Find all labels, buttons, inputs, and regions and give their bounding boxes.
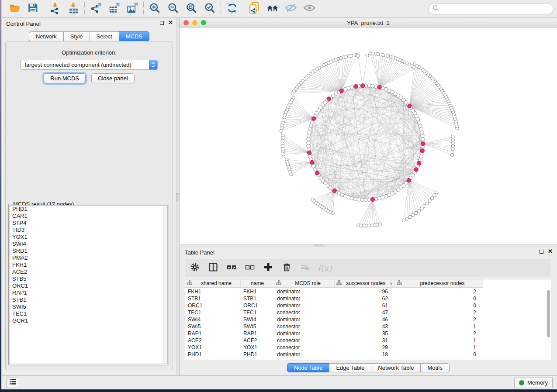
list-item[interactable]: RAP1	[10, 289, 167, 296]
ring-node[interactable]	[421, 134, 424, 138]
mcds-node[interactable]	[417, 161, 421, 165]
table-row[interactable]: FKH1FKH1dominator962	[185, 288, 546, 295]
tab-style[interactable]: Style	[63, 31, 90, 41]
mcds-node[interactable]	[354, 84, 358, 88]
delete-table-button[interactable]	[299, 262, 311, 274]
add-column-button[interactable]	[263, 262, 274, 274]
import-table-button[interactable]	[64, 1, 83, 16]
list-item[interactable]: SRD1	[10, 248, 167, 254]
ring-node[interactable]	[307, 138, 310, 141]
select-all-button[interactable]	[226, 262, 237, 274]
tab-mcds[interactable]: MCDS	[119, 31, 149, 41]
satellite-node[interactable]	[420, 207, 424, 210]
list-item[interactable]: SWI4	[10, 241, 167, 248]
ring-node[interactable]	[353, 197, 357, 201]
tab-network[interactable]: Network	[29, 31, 64, 41]
ring-node[interactable]	[307, 141, 310, 144]
mcds-node[interactable]	[407, 178, 411, 182]
network-window-titlebar[interactable]: YPA_prune.txt_1	[180, 18, 557, 28]
tab-node-table[interactable]: Node Table	[287, 363, 330, 372]
float-window-icon[interactable]	[160, 21, 164, 25]
save-session-button[interactable]	[24, 1, 42, 16]
ring-node[interactable]	[307, 144, 310, 148]
search-box[interactable]	[428, 3, 554, 14]
tab-network-table[interactable]: Network Table	[371, 363, 421, 372]
table-row[interactable]: TEC1TEC1connector472	[185, 309, 546, 316]
export-network-button[interactable]	[86, 1, 105, 16]
satellite-node[interactable]	[451, 147, 455, 151]
satellite-node[interactable]	[450, 153, 454, 157]
list-item[interactable]: STB1	[10, 296, 167, 303]
table-row[interactable]: ACE2ACE2connector311	[185, 337, 546, 344]
ring-node[interactable]	[421, 138, 425, 141]
result-list-scrollbar[interactable]	[163, 206, 167, 364]
ring-node[interactable]	[308, 127, 312, 131]
task-history-button[interactable]	[6, 378, 19, 388]
tab-edge-table[interactable]: Edge Table	[329, 363, 371, 372]
close-panel-icon[interactable]: ✕	[168, 21, 173, 25]
table-scrollbar[interactable]	[546, 288, 550, 359]
satellite-node[interactable]	[369, 52, 372, 55]
satellite-node[interactable]	[405, 217, 408, 220]
satellite-node[interactable]	[290, 173, 293, 176]
import-network-button[interactable]	[46, 1, 64, 16]
satellite-node[interactable]	[282, 153, 285, 156]
ring-node[interactable]	[367, 198, 371, 202]
ring-node[interactable]	[357, 198, 360, 201]
ring-node[interactable]	[374, 85, 377, 88]
mcds-node[interactable]	[370, 197, 374, 201]
list-item[interactable]: ORC1	[10, 282, 167, 289]
satellite-node[interactable]	[451, 144, 455, 148]
ring-node[interactable]	[308, 155, 312, 158]
column-header-shared-name[interactable]: shared name	[185, 279, 241, 287]
mcds-node[interactable]	[420, 149, 424, 153]
table-options-button[interactable]	[189, 262, 201, 274]
mcds-node[interactable]	[332, 189, 336, 193]
satellite-node[interactable]	[412, 213, 415, 217]
zoom-out-button[interactable]	[164, 1, 182, 16]
mcds-node[interactable]	[377, 85, 381, 89]
ring-node[interactable]	[364, 198, 367, 202]
run-mcds-button[interactable]: Run MCDS	[44, 73, 86, 83]
table-row[interactable]: PHD1PHD1dominator180	[185, 351, 546, 358]
satellite-node[interactable]	[356, 54, 360, 58]
deselect-all-button[interactable]	[244, 262, 256, 274]
search-input[interactable]	[442, 6, 549, 12]
ring-node[interactable]	[309, 124, 313, 127]
satellite-node[interactable]	[428, 199, 432, 203]
ring-node[interactable]	[420, 131, 424, 134]
satellite-node[interactable]	[408, 215, 412, 219]
tab-select[interactable]: Select	[90, 31, 119, 41]
scrollbar-thumb[interactable]	[547, 290, 550, 337]
ring-node[interactable]	[307, 134, 311, 138]
mcds-node[interactable]	[307, 151, 311, 155]
mcds-node[interactable]	[327, 97, 331, 101]
column-header-MCDS-role[interactable]: MCDS role	[274, 279, 335, 287]
satellite-node[interactable]	[451, 135, 455, 138]
satellite-node[interactable]	[291, 92, 294, 95]
table-row[interactable]: SWI4SWI4dominator462	[185, 316, 546, 323]
ring-node[interactable]	[308, 131, 311, 134]
satellite-node[interactable]	[417, 209, 421, 213]
first-neighbors-button[interactable]	[263, 1, 282, 16]
network-canvas[interactable]	[180, 28, 557, 244]
satellite-node[interactable]	[366, 54, 369, 57]
satellite-node[interactable]	[415, 211, 418, 215]
list-item[interactable]: FKH1	[10, 261, 167, 268]
ring-node[interactable]	[367, 84, 371, 87]
mcds-result-list[interactable]: PHD1CAR1STP4TID3YOX1SWI4SRD1PMA2FKH1ACE2…	[10, 205, 168, 364]
satellite-node[interactable]	[430, 196, 434, 200]
ring-node[interactable]	[377, 196, 381, 200]
list-item[interactable]: PMA2	[10, 254, 167, 261]
satellite-node[interactable]	[402, 219, 405, 222]
satellite-node[interactable]	[378, 223, 382, 226]
open-file-button[interactable]	[5, 1, 24, 16]
list-item[interactable]: CAR1	[10, 213, 167, 220]
mcds-node[interactable]	[312, 117, 316, 120]
network-graph[interactable]	[180, 28, 557, 244]
satellite-node[interactable]	[413, 62, 417, 66]
table-row[interactable]: SWI5SWI5connector431	[185, 323, 546, 330]
mcds-node[interactable]	[315, 171, 319, 175]
zoom-in-button[interactable]	[145, 1, 164, 16]
list-item[interactable]: TEC1	[10, 310, 167, 317]
